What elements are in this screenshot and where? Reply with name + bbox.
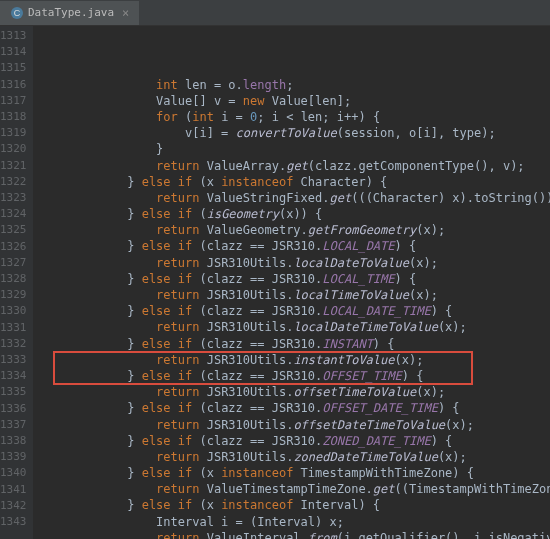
line-number: 1334	[0, 368, 27, 384]
svg-text:C: C	[14, 8, 21, 18]
class-icon: C	[10, 6, 24, 20]
code-line[interactable]: return JSR310Utils.offsetTimeToValue(x);	[41, 384, 551, 400]
line-number: 1343	[0, 514, 27, 530]
line-number: 1330	[0, 303, 27, 319]
line-number: 1313	[0, 28, 27, 44]
line-number: 1323	[0, 190, 27, 206]
line-number: 1335	[0, 384, 27, 400]
line-gutter: 1313131413151316131713181319132013211322…	[0, 26, 33, 539]
tab-filename: DataType.java	[28, 6, 114, 19]
line-number: 1336	[0, 401, 27, 417]
code-area[interactable]: int len = o.length; Value[] v = new Valu…	[33, 26, 551, 539]
line-number: 1337	[0, 417, 27, 433]
code-line[interactable]: return JSR310Utils.localDateToValue(x);	[41, 255, 551, 271]
code-line[interactable]: Value[] v = new Value[len];	[41, 93, 551, 109]
code-line[interactable]: return JSR310Utils.localDateTimeToValue(…	[41, 319, 551, 335]
line-number: 1316	[0, 77, 27, 93]
code-line[interactable]: } else if (x instanceof TimestampWithTim…	[41, 465, 551, 481]
tab-bar: C DataType.java ×	[0, 0, 550, 26]
line-number: 1332	[0, 336, 27, 352]
code-line[interactable]: } else if (clazz == JSR310.LOCAL_TIME) {	[41, 271, 551, 287]
line-number: 1341	[0, 482, 27, 498]
code-line[interactable]: } else if (clazz == JSR310.OFFSET_TIME) …	[41, 368, 551, 384]
line-number: 1339	[0, 449, 27, 465]
code-line[interactable]: } else if (clazz == JSR310.ZONED_DATE_TI…	[41, 433, 551, 449]
code-line[interactable]: return ValueArray.get(clazz.getComponent…	[41, 158, 551, 174]
code-line[interactable]: int len = o.length;	[41, 77, 551, 93]
line-number: 1326	[0, 239, 27, 255]
line-number: 1342	[0, 498, 27, 514]
line-number: 1333	[0, 352, 27, 368]
line-number: 1340	[0, 465, 27, 481]
code-line[interactable]: } else if (clazz == JSR310.LOCAL_DATE_TI…	[41, 303, 551, 319]
line-number: 1338	[0, 433, 27, 449]
code-line[interactable]: return ValueStringFixed.get(((Character)…	[41, 190, 551, 206]
line-number: 1318	[0, 109, 27, 125]
line-number: 1331	[0, 320, 27, 336]
line-number: 1324	[0, 206, 27, 222]
line-number: 1320	[0, 141, 27, 157]
code-line[interactable]: return ValueInterval.from(i.getQualifier…	[41, 530, 551, 539]
line-number: 1322	[0, 174, 27, 190]
code-line[interactable]: for (int i = 0; i < len; i++) {	[41, 109, 551, 125]
code-line[interactable]: } else if (clazz == JSR310.LOCAL_DATE) {	[41, 238, 551, 254]
code-line[interactable]: } else if (isGeometry(x)) {	[41, 206, 551, 222]
code-line[interactable]: return JSR310Utils.offsetDateTimeToValue…	[41, 417, 551, 433]
code-line[interactable]: return JSR310Utils.instantToValue(x);	[41, 352, 551, 368]
line-number: 1314	[0, 44, 27, 60]
code-line[interactable]: return JSR310Utils.zonedDateTimeToValue(…	[41, 449, 551, 465]
close-icon[interactable]: ×	[122, 6, 129, 20]
line-number: 1317	[0, 93, 27, 109]
code-line[interactable]: return ValueTimestampTimeZone.get((Times…	[41, 481, 551, 497]
code-line[interactable]: } else if (x instanceof Character) {	[41, 174, 551, 190]
editor: 1313131413151316131713181319132013211322…	[0, 26, 550, 539]
code-line[interactable]: } else if (clazz == JSR310.OFFSET_DATE_T…	[41, 400, 551, 416]
line-number: 1325	[0, 222, 27, 238]
code-line[interactable]: }	[41, 141, 551, 157]
file-tab[interactable]: C DataType.java ×	[0, 1, 139, 25]
code-line[interactable]: } else if (clazz == JSR310.INSTANT) {	[41, 336, 551, 352]
code-line[interactable]: return ValueGeometry.getFromGeometry(x);	[41, 222, 551, 238]
line-number: 1329	[0, 287, 27, 303]
code-line[interactable]: v[i] = convertToValue(session, o[i], typ…	[41, 125, 551, 141]
line-number: 1328	[0, 271, 27, 287]
code-line[interactable]: return JSR310Utils.localTimeToValue(x);	[41, 287, 551, 303]
code-line[interactable]: } else if (x instanceof Interval) {	[41, 497, 551, 513]
line-number: 1327	[0, 255, 27, 271]
line-number: 1315	[0, 60, 27, 76]
line-number: 1319	[0, 125, 27, 141]
line-number: 1321	[0, 158, 27, 174]
code-line[interactable]: Interval i = (Interval) x;	[41, 514, 551, 530]
